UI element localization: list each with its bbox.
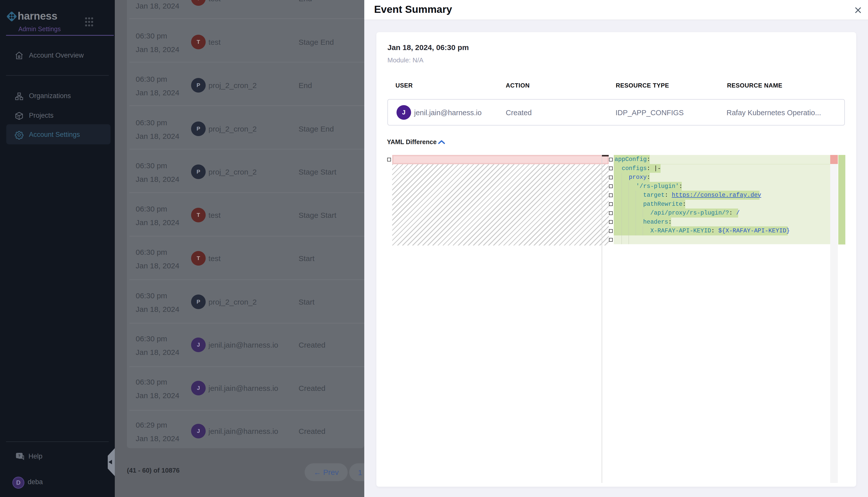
svg-text:?: ? xyxy=(18,454,20,458)
